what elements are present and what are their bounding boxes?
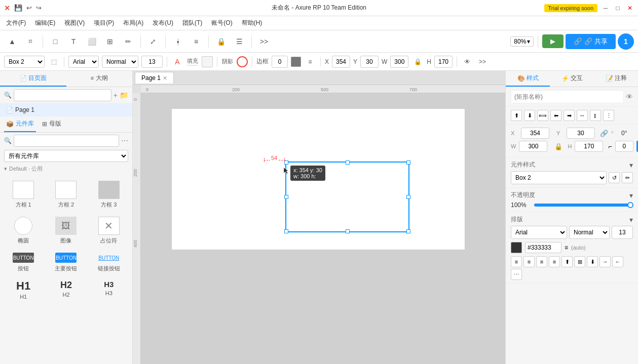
canvas-area[interactable]: Page 1 ✕ 0 200 500 700 0 200 400 <box>133 71 505 364</box>
comp-item-image[interactable]: 🖼 图像 <box>47 215 85 247</box>
r-x-input[interactable] <box>521 128 549 139</box>
shadow-indicator[interactable] <box>237 56 248 67</box>
maximize-btn[interactable]: □ <box>614 4 622 12</box>
r-h-input[interactable] <box>575 141 603 152</box>
prop-icon1[interactable]: ⬚ <box>48 56 60 68</box>
font-family-select[interactable]: Arial <box>511 226 567 239</box>
handle-br[interactable] <box>406 229 410 233</box>
select-tool-btn[interactable]: ▲ <box>4 33 20 50</box>
add-page-btn[interactable]: + <box>114 91 118 99</box>
comp-item-h1[interactable]: H1 H1 <box>4 278 43 302</box>
pen-tool-btn[interactable]: ✏ <box>120 33 136 50</box>
comp-search-input[interactable] <box>14 135 119 147</box>
undo-icon[interactable]: ↩ <box>26 4 32 12</box>
table-tool-btn[interactable]: ⊞ <box>102 33 118 50</box>
comp-item-box1[interactable]: 方框 1 <box>4 179 43 211</box>
align-left-btn[interactable]: ⬅ <box>550 110 561 121</box>
menu-project[interactable]: 项目(P) <box>90 17 118 29</box>
align-right-btn[interactable]: ➡ <box>564 110 575 121</box>
menu-view[interactable]: 视图(V) <box>60 17 89 29</box>
distribute-h-btn[interactable]: ⫿ <box>590 110 601 121</box>
select-mode-btn[interactable]: ⌗ <box>22 33 39 50</box>
menu-help[interactable]: 帮助(H) <box>238 17 267 29</box>
ta-rtl-btn[interactable]: ← <box>612 256 623 267</box>
share-btn[interactable]: 🔗 🔗 共享 <box>566 34 616 49</box>
r-y-input[interactable] <box>567 128 595 139</box>
y-input[interactable] <box>360 56 379 68</box>
font-style-select[interactable]: Normal <box>102 56 138 68</box>
opacity-slider-thumb[interactable] <box>627 202 633 208</box>
group-btn[interactable]: ☰ <box>231 33 247 50</box>
ta-more-btn[interactable]: ⋯ <box>511 269 522 280</box>
zoom-control[interactable]: 80% ▾ <box>510 36 534 47</box>
menu-account[interactable]: 账号(O) <box>207 17 236 29</box>
ta-ltr-btn[interactable]: → <box>599 256 611 267</box>
user-avatar[interactable]: 1 <box>618 33 634 50</box>
tab-outline[interactable]: ≡ 大纲 <box>66 71 133 87</box>
h-input[interactable] <box>434 56 453 68</box>
align-vcenter-btn[interactable]: ⟺ <box>537 110 548 121</box>
shape-rect-btn[interactable]: □ <box>47 33 63 50</box>
lock-ratio-icon[interactable]: 🔒 <box>554 143 562 150</box>
ta-vmid-btn[interactable]: ⊞ <box>574 256 585 267</box>
align-btn[interactable]: ⍿ <box>170 33 186 50</box>
shadow-btn[interactable]: 阴影 <box>221 56 234 68</box>
ta-vbottom-btn[interactable]: ⬇ <box>587 256 598 267</box>
visibility-btn[interactable]: 👁 <box>461 56 473 68</box>
elem-style-more-btn[interactable]: ▾ <box>629 161 633 169</box>
font-size-input[interactable] <box>141 56 163 68</box>
align-top-btn[interactable]: ⬆ <box>511 110 522 121</box>
comp-menu-btn[interactable]: ⋯ <box>121 137 128 145</box>
pages-search-input[interactable] <box>14 89 111 101</box>
tab-interaction[interactable]: ⚡ 交互 <box>550 71 594 87</box>
opacity-slider-track[interactable] <box>534 204 633 207</box>
handle-ml[interactable] <box>284 195 288 199</box>
font-color-btn[interactable]: A <box>171 56 183 68</box>
tab-style[interactable]: 🎨 样式 <box>506 71 550 87</box>
comp-item-primary-button[interactable]: BUTTON 主要按钮 <box>47 251 85 274</box>
ta-left-btn[interactable]: ≡ <box>511 256 522 267</box>
handle-bl[interactable] <box>284 229 288 233</box>
elem-style-refresh-btn[interactable]: ↺ <box>609 172 620 183</box>
more-btn[interactable]: >> <box>256 33 272 50</box>
handle-bm[interactable] <box>346 229 350 233</box>
opacity-more-btn[interactable]: ▾ <box>629 191 633 199</box>
fill-color[interactable] <box>202 56 213 67</box>
text-shape-btn[interactable]: ⬜ <box>84 33 100 50</box>
w-input[interactable] <box>390 56 408 68</box>
ta-center-btn[interactable]: ≡ <box>523 256 535 267</box>
comp-item-link-button[interactable]: BUTTON 链接按钮 <box>90 251 128 274</box>
elem-style-edit-btn[interactable]: ✏ <box>622 172 633 183</box>
visibility-toggle[interactable]: 👁 <box>626 93 633 101</box>
distribute-v-btn[interactable]: ⋮ <box>603 110 614 121</box>
run-btn[interactable]: ▶ <box>542 34 564 48</box>
selected-box2[interactable] <box>285 161 409 232</box>
add-folder-btn[interactable]: 📁 <box>120 91 128 99</box>
tab-annotation[interactable]: 📝 注释 <box>594 71 638 87</box>
comp-item-box2[interactable]: 方框 2 <box>47 179 85 211</box>
more-prop-btn[interactable]: >> <box>476 56 489 68</box>
element-name-select[interactable]: Box 2 <box>4 56 45 68</box>
font-select[interactable]: Arial <box>68 56 99 68</box>
handle-tr[interactable] <box>406 160 410 165</box>
r-w-input[interactable] <box>519 141 547 152</box>
line-height-icon[interactable]: ≡ <box>565 244 568 251</box>
r-corner-input[interactable] <box>615 141 633 152</box>
font-style-select-r[interactable]: Normal <box>569 226 610 239</box>
lock-btn[interactable]: 🔒 <box>213 33 229 50</box>
menu-layout[interactable]: 布局(A) <box>119 17 147 29</box>
comp-item-h2[interactable]: H2 H2 <box>47 278 85 302</box>
element-name-input[interactable] <box>511 90 624 103</box>
close-btn[interactable]: ✕ <box>626 4 634 12</box>
handle-mr[interactable] <box>406 195 410 199</box>
lock-ratio-btn[interactable]: 🔒 <box>411 56 424 68</box>
comp-item-button[interactable]: BUTTON 按钮 <box>4 251 43 274</box>
ta-vtop-btn[interactable]: ⬆ <box>561 256 573 267</box>
menu-publish[interactable]: 发布(U) <box>148 17 177 29</box>
tab-library[interactable]: 📦 元件库 <box>4 116 36 132</box>
typeset-more-btn[interactable]: ▾ <box>629 216 633 224</box>
align-bottom-btn[interactable]: ⬇ <box>524 110 535 121</box>
border-color[interactable] <box>291 57 301 67</box>
tab-master[interactable]: ⊞ 母版 <box>40 116 63 132</box>
comp-item-h3[interactable]: H3 H3 <box>90 278 128 302</box>
